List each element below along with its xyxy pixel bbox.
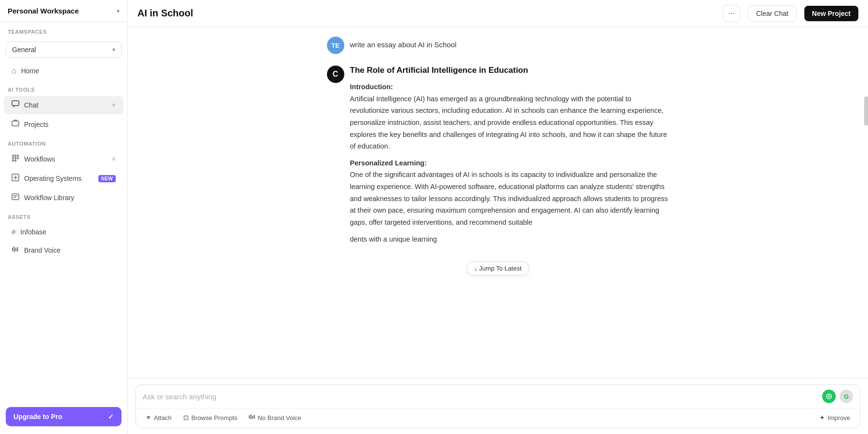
intro-body: Artificial Intelligence (AI) has emerged…	[350, 95, 667, 150]
improve-icon: ✦	[819, 414, 825, 421]
infobase-icon: #	[12, 228, 15, 236]
user-message: TE write an essay about AI in School	[317, 37, 679, 54]
browse-prompts-button[interactable]: ⊡ Browse Prompts	[178, 411, 242, 424]
infobase-label: Infobase	[20, 228, 116, 236]
intro-header: Introduction:	[350, 83, 393, 91]
input-icons: G	[822, 390, 853, 403]
sidebar-item-operating-systems[interactable]: Operating Systems NEW	[4, 169, 123, 188]
automation-label: Automation	[0, 134, 127, 149]
browse-prompts-icon: ⊡	[183, 414, 189, 421]
send-button[interactable]	[822, 390, 836, 403]
workspace-chevron-icon: ▾	[117, 8, 120, 14]
ai-tools-label: AI Tools	[0, 80, 127, 95]
svg-rect-12	[12, 247, 13, 251]
chat-icon	[12, 100, 19, 110]
workflow-library-icon	[12, 193, 19, 203]
workflows-add-icon[interactable]: +	[111, 155, 116, 163]
chat-area[interactable]: TE write an essay about AI in School C T…	[128, 27, 868, 378]
brand-voice-bars-icon	[249, 414, 255, 421]
more-options-button[interactable]: ···	[723, 5, 740, 22]
projects-label: Projects	[24, 121, 116, 128]
ai-message: C The Role of Artificial Intelligence in…	[317, 66, 679, 250]
user-message-row: TE write an essay about AI in School	[327, 37, 669, 54]
input-box: G ⚭ Attach ⊡ Browse Prompts No Brand Voi…	[136, 384, 860, 428]
browse-prompts-label: Browse Prompts	[191, 414, 237, 421]
svg-point-6	[15, 158, 16, 159]
ai-message-row: C The Role of Artificial Intelligence in…	[327, 66, 669, 250]
workspace-title: Personal Workspace	[8, 7, 113, 15]
sidebar-item-home[interactable]: ⌂ Home	[4, 62, 123, 80]
upgrade-button[interactable]: Upgrade to Pro ✓	[6, 407, 122, 426]
input-field-row: G	[136, 385, 860, 408]
svg-rect-0	[12, 101, 19, 106]
svg-point-2	[13, 155, 14, 157]
home-label: Home	[21, 67, 116, 75]
input-toolbar: ⚭ Attach ⊡ Browse Prompts No Brand Voice…	[136, 408, 860, 428]
improve-label: Improve	[827, 414, 850, 421]
upgrade-label: Upgrade to Pro	[14, 413, 62, 420]
svg-rect-18	[249, 415, 250, 419]
operating-systems-label: Operating Systems	[24, 175, 94, 182]
assets-label: Assets	[0, 207, 127, 223]
svg-point-17	[828, 395, 830, 397]
svg-rect-11	[12, 194, 19, 200]
sidebar-item-brand-voice[interactable]: Brand Voice	[4, 241, 123, 259]
sidebar-item-workflow-library[interactable]: Workflow Library	[4, 189, 123, 207]
clear-chat-button[interactable]: Clear Chat	[748, 5, 797, 22]
personalized-body2: dents with a unique learning	[350, 235, 437, 243]
user-avatar: TE	[327, 37, 344, 54]
jump-to-latest[interactable]: ↓ Jump To Latest	[467, 261, 529, 275]
main-area: AI in School ··· Clear Chat New Project …	[128, 0, 868, 434]
upgrade-check-icon: ✓	[108, 413, 114, 420]
new-project-button[interactable]: New Project	[804, 6, 858, 21]
input-area: G ⚭ Attach ⊡ Browse Prompts No Brand Voi…	[128, 378, 868, 434]
sidebar-item-workflows[interactable]: Workflows +	[4, 150, 123, 168]
general-dropdown[interactable]: General ▾	[6, 41, 122, 58]
jump-label: ↓ Jump To Latest	[474, 265, 521, 272]
page-title: AI in School	[137, 8, 715, 19]
attach-label: Attach	[154, 414, 172, 421]
resize-handle[interactable]	[864, 96, 868, 125]
svg-point-3	[13, 158, 14, 159]
new-badge: NEW	[98, 175, 116, 182]
svg-point-7	[15, 160, 16, 162]
brand-voice-label: Brand Voice	[24, 246, 116, 254]
svg-rect-21	[254, 415, 255, 419]
ai-message-body: Introduction: Artificial Intelligence (A…	[350, 81, 669, 245]
home-icon: ⌂	[12, 67, 16, 75]
workspace-selector[interactable]: Personal Workspace ▾	[0, 0, 127, 22]
operating-systems-icon	[12, 174, 19, 183]
topbar: AI in School ··· Clear Chat New Project	[128, 0, 868, 27]
svg-rect-20	[252, 416, 253, 419]
svg-point-9	[17, 158, 19, 159]
svg-rect-19	[251, 414, 252, 420]
teamspaces-label: Teamspaces	[0, 22, 127, 38]
general-label: General	[12, 46, 36, 54]
chat-add-icon[interactable]: +	[111, 101, 116, 109]
personalized-body: One of the significant advantages of AI …	[350, 171, 668, 226]
attach-icon: ⚭	[146, 414, 151, 421]
sidebar: Personal Workspace ▾ Teamspaces General …	[0, 0, 128, 434]
improve-button[interactable]: ✦ Improve	[814, 411, 855, 424]
chat-label: Chat	[24, 101, 107, 109]
svg-rect-1	[12, 121, 19, 126]
ai-message-content: The Role of Artificial Intelligence in E…	[350, 66, 669, 250]
brand-voice-button[interactable]: No Brand Voice	[244, 411, 306, 424]
svg-point-4	[13, 160, 14, 162]
workflow-library-label: Workflow Library	[24, 194, 116, 202]
grammarly-icon[interactable]: G	[840, 390, 853, 403]
sidebar-item-chat[interactable]: Chat +	[4, 96, 123, 114]
svg-rect-14	[15, 248, 16, 251]
sidebar-item-infobase[interactable]: # Infobase	[4, 223, 123, 240]
projects-icon	[12, 120, 19, 129]
attach-button[interactable]: ⚭ Attach	[141, 411, 176, 424]
ai-message-title: The Role of Artificial Intelligence in E…	[350, 66, 669, 75]
chat-input[interactable]	[143, 393, 817, 401]
workflows-icon	[12, 154, 19, 164]
brand-voice-icon	[12, 245, 19, 255]
sidebar-item-projects[interactable]: Projects	[4, 115, 123, 134]
ai-avatar: C	[327, 66, 344, 83]
personalized-header: Personalized Learning:	[350, 159, 427, 167]
workflows-label: Workflows	[24, 155, 107, 163]
more-icon: ···	[728, 9, 734, 18]
